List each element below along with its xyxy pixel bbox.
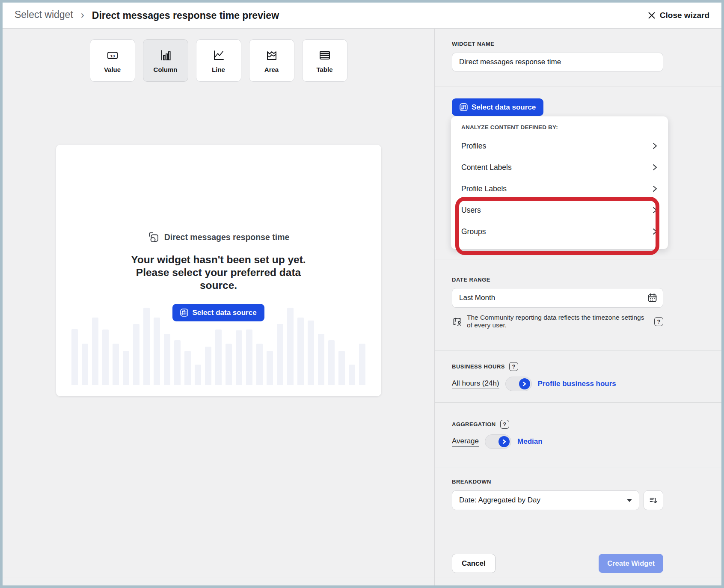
widget-type-label: Table: [316, 66, 332, 73]
placeholder-bar: [359, 344, 365, 385]
breakdown-select[interactable]: Date: Aggregated by Day: [452, 490, 639, 510]
chevron-right-icon: [652, 228, 658, 235]
business-hours-toggle[interactable]: [505, 377, 532, 391]
placeholder-bar: [267, 351, 273, 385]
data-source-icon: [180, 309, 188, 317]
placeholder-bar: [318, 334, 324, 385]
placeholder-bar: [308, 321, 314, 385]
help-icon[interactable]: ?: [654, 317, 663, 326]
average-option[interactable]: Average: [452, 437, 479, 447]
menu-item-profiles[interactable]: Profiles: [461, 135, 658, 157]
chevron-right-icon: [652, 142, 658, 150]
widget-type-label: Area: [264, 66, 279, 73]
svg-text:13: 13: [110, 53, 115, 58]
widget-type-column-button[interactable]: Column: [143, 39, 188, 82]
menu-item-groups[interactable]: Groups: [461, 221, 658, 242]
placeholder-bar: [113, 344, 119, 385]
widget-preview-card: Direct messages response time Your widge…: [56, 145, 381, 396]
data-source-icon: [460, 103, 468, 111]
placeholder-bar: [246, 330, 252, 385]
menu-item-label: Profile Labels: [461, 184, 507, 193]
placeholder-bar: [102, 330, 109, 385]
placeholder-bar: [297, 318, 304, 385]
wizard-header: Select widget › Direct messages response…: [3, 3, 721, 29]
business-hours-label: BUSINESS HOURS: [452, 363, 505, 370]
widget-preview-icon: [148, 231, 160, 243]
breadcrumb-select-widget[interactable]: Select widget: [15, 9, 73, 22]
aggregation-toggle[interactable]: [485, 434, 511, 449]
column-icon: [159, 48, 172, 62]
chevron-right-icon: [652, 163, 658, 171]
breadcrumb-chevron-icon: ›: [81, 9, 84, 21]
placeholder-bar: [277, 324, 283, 385]
widget-name-input[interactable]: [452, 53, 663, 71]
widget-type-line-button[interactable]: Line: [196, 39, 241, 82]
menu-item-label: Profiles: [461, 142, 486, 151]
close-wizard-button[interactable]: Close wizard: [648, 11, 709, 20]
breakdown-value: Date: Aggregated by Day: [459, 496, 540, 505]
menu-item-content-labels[interactable]: Content Labels: [461, 157, 658, 178]
placeholder-bar: [338, 351, 345, 385]
sort-descending-icon: [649, 496, 658, 505]
select-data-source-button-preview[interactable]: Select data source: [172, 304, 264, 321]
placeholder-bar: [82, 344, 88, 385]
widget-name-label: WIDGET NAME: [452, 41, 663, 47]
calendar-icon[interactable]: [647, 293, 657, 303]
widget-type-label: Column: [154, 66, 178, 73]
placeholder-bar: [195, 365, 201, 385]
dropdown-header: ANALYZE CONTENT DEFINED BY:: [461, 123, 658, 132]
chevron-right-icon: [652, 185, 658, 193]
placeholder-bar: [215, 330, 222, 385]
toggle-knob-chevron-icon: [498, 436, 510, 447]
select-data-source-button[interactable]: Select data source: [452, 98, 543, 116]
preview-widget-title: Direct messages response time: [164, 232, 290, 242]
placeholder-bar: [133, 324, 139, 385]
placeholder-bar: [92, 318, 98, 385]
placeholder-bar: [236, 330, 242, 385]
toggle-knob-chevron-icon: [519, 378, 530, 389]
placeholder-bar: [349, 365, 355, 385]
menu-item-label: Users: [461, 206, 481, 215]
widget-type-label: Line: [212, 66, 225, 73]
placeholder-bar: [328, 340, 335, 385]
caret-down-icon: [627, 499, 632, 502]
menu-item-users[interactable]: Users: [461, 199, 658, 221]
placeholder-bar: [164, 334, 170, 385]
timezone-note: The Community reporting data reflects th…: [467, 314, 650, 329]
timezone-map-icon: [452, 316, 463, 327]
value-icon: 13: [106, 48, 119, 62]
preview-empty-message: Your widget hasn't been set up yet. Plea…: [123, 253, 314, 292]
page-title: Direct messages response time preview: [92, 10, 279, 21]
table-icon: [318, 48, 332, 62]
help-icon[interactable]: ?: [509, 362, 518, 371]
menu-item-label: Content Labels: [461, 163, 512, 172]
area-icon: [265, 48, 279, 62]
median-option[interactable]: Median: [517, 437, 543, 446]
sort-order-button[interactable]: [644, 490, 663, 510]
placeholder-bar: [123, 351, 129, 385]
date-range-input[interactable]: [452, 288, 663, 308]
widget-type-selector: 13 Value Column Line Area Table: [3, 29, 434, 82]
widget-type-area-button[interactable]: Area: [249, 39, 294, 82]
placeholder-bar: [184, 351, 191, 385]
close-icon: [648, 12, 656, 19]
menu-item-profile-labels[interactable]: Profile Labels: [461, 178, 658, 199]
help-icon[interactable]: ?: [500, 420, 509, 429]
placeholder-bar: [154, 318, 160, 385]
profile-business-hours-option[interactable]: Profile business hours: [538, 380, 616, 388]
breakdown-label: BREAKDOWN: [452, 478, 663, 485]
widget-type-value-button[interactable]: 13 Value: [90, 39, 135, 82]
cancel-button[interactable]: Cancel: [452, 554, 496, 573]
widget-type-table-button[interactable]: Table: [302, 39, 347, 82]
placeholder-bar: [226, 344, 232, 385]
date-range-label: DATE RANGE: [452, 276, 663, 283]
preview-pane: 13 Value Column Line Area Table Direct m…: [3, 29, 434, 586]
placeholder-bar: [205, 347, 211, 385]
placeholder-bar: [174, 340, 181, 385]
line-icon: [212, 48, 226, 62]
close-wizard-label: Close wizard: [660, 11, 709, 20]
chevron-right-icon: [652, 206, 658, 214]
all-hours-option[interactable]: All hours (24h): [452, 379, 499, 389]
data-source-dropdown: ANALYZE CONTENT DEFINED BY: Profiles Con…: [451, 116, 668, 249]
create-widget-button[interactable]: Create Widget: [599, 554, 663, 573]
